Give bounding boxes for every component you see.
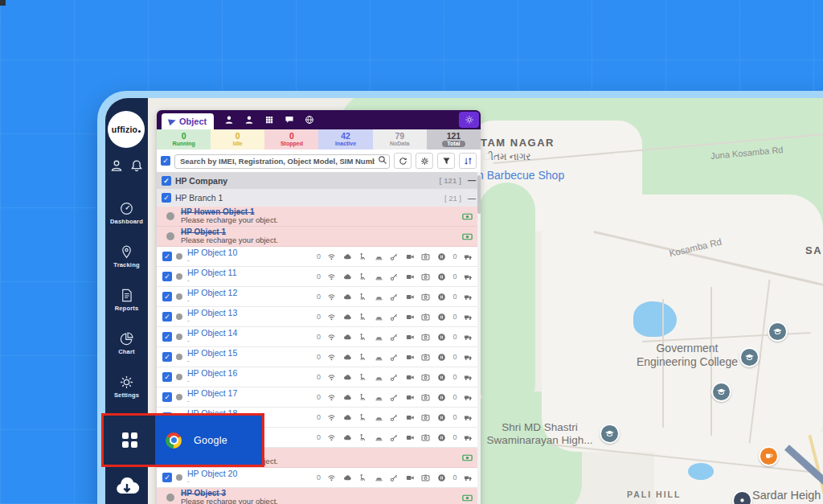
door-icon[interactable]: [375, 293, 383, 301]
object-name[interactable]: HP Object 10: [187, 248, 274, 257]
photo-camera-icon[interactable]: [421, 413, 430, 422]
photo-camera-icon[interactable]: [421, 433, 430, 442]
door-icon[interactable]: [375, 252, 383, 261]
vehicle-icon[interactable]: [464, 473, 473, 482]
playback-icon[interactable]: [437, 353, 446, 362]
ignition-key-icon[interactable]: [390, 353, 399, 362]
playback-icon[interactable]: [437, 252, 446, 261]
video-camera-icon[interactable]: [406, 333, 415, 342]
playback-icon[interactable]: [437, 473, 446, 482]
object-row[interactable]: ✓ HP Object 10 - 0 0: [157, 247, 481, 267]
video-camera-icon[interactable]: [406, 293, 415, 301]
video-camera-icon[interactable]: [406, 433, 415, 442]
seat-icon[interactable]: [358, 413, 367, 422]
select-all-checkbox[interactable]: ✓: [161, 156, 170, 166]
ignition-key-icon[interactable]: [390, 433, 399, 442]
object-name[interactable]: HP Object 20: [187, 469, 274, 478]
door-icon[interactable]: [375, 272, 383, 281]
door-icon[interactable]: [375, 313, 383, 322]
photo-camera-icon[interactable]: [421, 293, 430, 301]
video-camera-icon[interactable]: [406, 353, 415, 362]
scrollbar[interactable]: [477, 172, 481, 504]
door-icon[interactable]: [375, 353, 383, 362]
object-checkbox[interactable]: ✓: [162, 332, 172, 342]
sidebar-item-dashboard[interactable]: Dashboard: [105, 201, 148, 225]
seat-icon[interactable]: [358, 333, 367, 342]
photo-camera-icon[interactable]: [421, 272, 430, 281]
object-row[interactable]: ✓ HP Object 12 - 0 0: [157, 287, 481, 307]
vehicle-icon[interactable]: [464, 272, 473, 281]
object-name[interactable]: HP Object 16: [187, 369, 274, 378]
signal-icon[interactable]: [327, 433, 336, 442]
chat-icon[interactable]: [285, 115, 294, 125]
cloud-download-icon[interactable]: [114, 474, 140, 502]
vehicle-icon[interactable]: [464, 373, 473, 382]
ignition-key-icon[interactable]: [390, 413, 399, 422]
photo-camera-icon[interactable]: [421, 252, 430, 261]
cloud-icon[interactable]: [343, 272, 352, 281]
vehicle-icon[interactable]: [464, 393, 473, 402]
object-name[interactable]: HP Object 11: [187, 268, 274, 277]
ignition-key-icon[interactable]: [390, 252, 399, 261]
cloud-icon[interactable]: [343, 252, 352, 261]
status-stopped[interactable]: 0Stopped: [264, 129, 318, 150]
ignition-key-icon[interactable]: [390, 473, 399, 482]
playback-icon[interactable]: [437, 433, 446, 442]
bell-icon[interactable]: [130, 159, 143, 172]
vehicle-icon[interactable]: [464, 252, 473, 261]
apps-button[interactable]: [104, 416, 155, 465]
network-icon[interactable]: [305, 115, 314, 125]
status-total[interactable]: 121Total: [427, 129, 481, 150]
video-camera-icon[interactable]: [406, 252, 415, 261]
cloud-icon[interactable]: [343, 433, 352, 442]
seat-icon[interactable]: [358, 473, 367, 482]
status-running[interactable]: 0Running: [157, 129, 211, 150]
cloud-icon[interactable]: [343, 313, 352, 322]
vehicle-icon[interactable]: [464, 293, 473, 301]
collapse-icon[interactable]: —: [468, 176, 476, 185]
signal-icon[interactable]: [327, 353, 336, 362]
assets-icon[interactable]: [264, 115, 274, 125]
seat-icon[interactable]: [358, 272, 367, 281]
status-inactive[interactable]: 42Inactive: [318, 129, 372, 150]
object-row-expired[interactable]: HP Object 3 Please recharge your object.: [157, 488, 481, 504]
seat-icon[interactable]: [358, 293, 367, 301]
object-name[interactable]: HP Object 17: [187, 389, 274, 398]
playback-icon[interactable]: [437, 333, 446, 342]
object-row-expired[interactable]: HP Howen Object 1 Please recharge your o…: [157, 207, 481, 227]
playback-icon[interactable]: [437, 293, 446, 301]
ignition-key-icon[interactable]: [390, 313, 399, 322]
tab-object[interactable]: Object: [162, 113, 214, 129]
signal-icon[interactable]: [327, 252, 336, 261]
collapse-icon[interactable]: —: [468, 194, 476, 203]
signal-icon[interactable]: [327, 473, 336, 482]
company-checkbox[interactable]: ✓: [162, 176, 171, 186]
passengers-icon[interactable]: [244, 115, 254, 125]
recharge-icon[interactable]: [462, 232, 473, 242]
object-checkbox[interactable]: ✓: [162, 352, 172, 362]
sidebar-item-reports[interactable]: Reports: [105, 288, 148, 312]
object-settings-button[interactable]: [459, 112, 479, 128]
tools-button[interactable]: [416, 153, 433, 169]
signal-icon[interactable]: [327, 373, 336, 382]
video-camera-icon[interactable]: [406, 393, 415, 402]
sidebar-item-settings[interactable]: Settings: [105, 375, 148, 399]
status-nodata[interactable]: 79NoData: [373, 129, 427, 150]
ignition-key-icon[interactable]: [390, 272, 399, 281]
signal-icon[interactable]: [327, 333, 336, 342]
video-camera-icon[interactable]: [406, 272, 415, 281]
signal-icon[interactable]: [327, 293, 336, 301]
ignition-key-icon[interactable]: [390, 373, 399, 382]
sort-button[interactable]: [459, 153, 477, 169]
drivers-icon[interactable]: [224, 115, 234, 125]
ignition-key-icon[interactable]: [390, 333, 399, 342]
object-row-expired[interactable]: HP Object 1 Please recharge your object.: [157, 227, 481, 247]
photo-camera-icon[interactable]: [421, 313, 430, 322]
signal-icon[interactable]: [327, 413, 336, 422]
branch-checkbox[interactable]: ✓: [162, 193, 171, 203]
sidebar-item-chart[interactable]: Chart: [105, 331, 148, 355]
seat-icon[interactable]: [358, 252, 367, 261]
cloud-icon[interactable]: [343, 333, 352, 342]
door-icon[interactable]: [375, 393, 383, 402]
object-name[interactable]: HP Object 12: [187, 289, 274, 297]
